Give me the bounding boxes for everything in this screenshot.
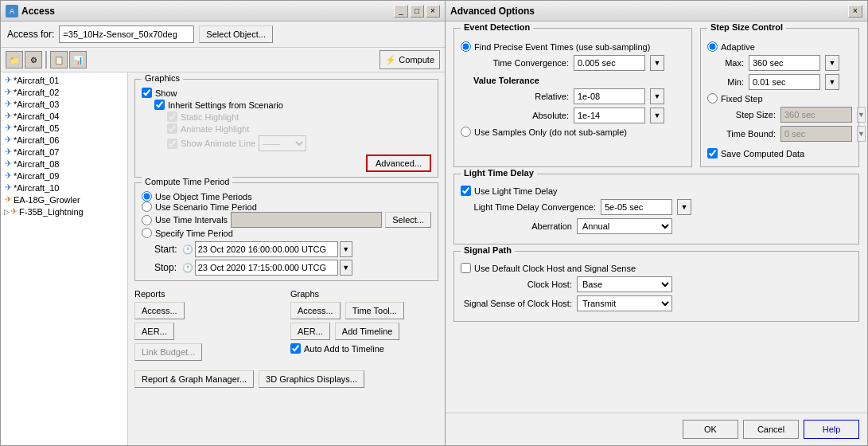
use-object-radio[interactable] <box>142 191 152 201</box>
use-samples-radio[interactable] <box>461 127 471 137</box>
tree-item-label: *Aircraft_05 <box>14 123 59 133</box>
min-input[interactable] <box>749 74 820 90</box>
access-for-input[interactable] <box>59 25 194 43</box>
signal-sense-row: Signal Sense of Clock Host: Transmit Rec… <box>461 295 852 311</box>
light-convergence-spin[interactable]: ▼ <box>677 199 691 215</box>
specify-radio[interactable] <box>142 228 152 238</box>
reports-btn-row: Access... <box>134 302 282 319</box>
absolute-spin[interactable]: ▼ <box>650 108 664 123</box>
main-content: ✈ *Aircraft_01 ✈ *Aircraft_02 ✈ *Aircraf… <box>1 72 445 445</box>
tree-item-ea18g[interactable]: ✈ EA-18G_Growler <box>1 194 127 205</box>
absolute-input[interactable] <box>574 108 645 123</box>
signal-sense-label: Signal Sense of Clock Host: <box>461 299 572 308</box>
advanced-btn-row: Advanced... → <box>142 155 431 172</box>
use-scenario-radio[interactable] <box>142 201 152 212</box>
tree-item-aircraft03[interactable]: ✈ *Aircraft_03 <box>1 98 127 110</box>
time-tool-button[interactable]: Time Tool... <box>345 302 404 319</box>
tree-item-f35b[interactable]: ▷ ✈ F-35B_Lightning <box>1 205 127 217</box>
compute-button[interactable]: ⚡ Compute <box>380 50 440 69</box>
close-btn[interactable]: × <box>426 5 440 18</box>
reports-access-button[interactable]: Access... <box>134 302 185 319</box>
stop-time-input[interactable] <box>195 260 338 276</box>
step-size-content: Adaptive Max: ▼ Min: ▼ <box>707 41 852 158</box>
advanced-close-btn[interactable]: × <box>848 5 862 18</box>
aberration-select[interactable]: Annual Stellar None <box>577 218 672 234</box>
fixed-step-radio[interactable] <box>707 93 718 104</box>
relative-row: Relative: ▼ <box>473 88 685 104</box>
graphics-sub: Static Highlight Animate Highlight Show … <box>167 111 431 151</box>
use-object-radio-row: Use Object Time Periods <box>142 191 431 201</box>
graphs-access-button[interactable]: Access... <box>290 302 341 319</box>
cancel-button[interactable]: Cancel <box>743 420 799 439</box>
relative-spin[interactable]: ▼ <box>650 88 664 104</box>
inherit-checkbox-row: Inherit Settings from Scenario <box>154 100 431 110</box>
tree-item-aircraft02[interactable]: ✈ *Aircraft_02 <box>1 86 127 98</box>
tree-item-aircraft01[interactable]: ✈ *Aircraft_01 <box>1 74 127 86</box>
maximize-btn[interactable]: □ <box>410 5 424 18</box>
toolbar-sep-1 <box>45 51 47 68</box>
inherit-checkbox[interactable] <box>154 100 165 110</box>
min-spin[interactable]: ▼ <box>825 74 839 90</box>
add-timeline-button[interactable]: Add Timeline <box>335 323 400 340</box>
toolbar-icon-4[interactable]: 📊 <box>69 51 87 68</box>
time-bound-label: Time Bound: <box>720 129 776 139</box>
toolbar-icon-1[interactable]: 📁 <box>6 51 23 68</box>
show-label: Show <box>155 88 177 98</box>
use-intervals-radio[interactable] <box>142 215 152 225</box>
app-icon: A <box>6 5 18 18</box>
find-precise-radio[interactable] <box>461 41 471 52</box>
3d-displays-button[interactable]: 3D Graphics Displays... <box>259 370 364 388</box>
save-data-checkbox[interactable] <box>707 148 718 158</box>
save-data-label: Save Computed Data <box>721 149 804 158</box>
graphs-aer-button[interactable]: AER... <box>290 323 330 340</box>
absolute-label: Absolute: <box>473 111 569 120</box>
clock-host-select[interactable]: Base Transmit Receive <box>577 276 672 292</box>
inherit-label: Inherit Settings from Scenario <box>168 100 283 110</box>
tree-item-aircraft05[interactable]: ✈ *Aircraft_05 <box>1 122 127 134</box>
start-time-input[interactable] <box>195 241 338 257</box>
start-input-row: 🕐 ▼ <box>182 241 431 257</box>
light-convergence-input[interactable] <box>601 199 672 215</box>
reports-aer-button[interactable]: AER... <box>134 323 174 340</box>
time-convergence-spin[interactable]: ▼ <box>650 55 664 71</box>
help-button[interactable]: Help <box>804 420 859 439</box>
select-intervals-button[interactable]: Select... <box>385 212 431 228</box>
signal-sense-select[interactable]: Transmit Receive <box>577 295 672 311</box>
event-det-inputs: Time Convergence: ▼ Value Tolerance Rela… <box>473 55 685 123</box>
stop-spin[interactable]: ▼ <box>340 260 352 276</box>
tree-item-aircraft06[interactable]: ✈ *Aircraft_06 <box>1 134 127 146</box>
use-light-time-checkbox[interactable] <box>461 186 471 196</box>
light-convergence-label: Light Time Delay Convergence: <box>461 202 596 212</box>
tree-item-label: *Aircraft_10 <box>14 183 59 193</box>
minimize-btn[interactable]: _ <box>394 5 408 18</box>
report-graph-manager-button[interactable]: Report & Graph Manager... <box>134 370 254 388</box>
tree-item-label: *Aircraft_08 <box>14 159 59 169</box>
ok-button[interactable]: OK <box>683 420 738 439</box>
step-size-label: Step Size: <box>720 110 776 119</box>
adaptive-radio[interactable] <box>707 41 718 52</box>
graphs-top-row: Access... Time Tool... <box>290 302 438 319</box>
relative-input[interactable] <box>574 88 645 104</box>
tree-item-aircraft07[interactable]: ✈ *Aircraft_07 <box>1 146 127 158</box>
use-default-clock-checkbox[interactable] <box>461 263 471 273</box>
max-spin[interactable]: ▼ <box>825 55 839 71</box>
toolbar-icon-2[interactable]: ⚙ <box>25 51 42 68</box>
tree-item-aircraft04[interactable]: ✈ *Aircraft_04 <box>1 110 127 122</box>
tree-item-aircraft09[interactable]: ✈ *Aircraft_09 <box>1 170 127 182</box>
auto-add-checkbox[interactable] <box>290 343 301 354</box>
show-checkbox[interactable] <box>142 88 152 98</box>
adaptive-radio-row: Adaptive <box>707 41 852 52</box>
tree-item-aircraft08[interactable]: ✈ *Aircraft_08 <box>1 158 127 170</box>
max-input[interactable] <box>749 55 820 71</box>
aircraft-icon: ✈ <box>5 147 12 157</box>
tree-item-aircraft10[interactable]: ✈ *Aircraft_10 <box>1 182 127 194</box>
toolbar-icon-3[interactable]: 📋 <box>50 51 68 68</box>
graphs-bottom-row: AER... Add Timeline <box>290 323 438 340</box>
advanced-button[interactable]: Advanced... <box>366 155 431 172</box>
static-highlight-checkbox <box>167 111 177 122</box>
tree-panel: ✈ *Aircraft_01 ✈ *Aircraft_02 ✈ *Aircraf… <box>1 72 128 445</box>
start-spin[interactable]: ▼ <box>340 241 352 257</box>
select-object-button[interactable]: Select Object... <box>199 25 273 43</box>
time-convergence-input[interactable] <box>574 55 645 71</box>
static-highlight-label: Static Highlight <box>181 112 239 122</box>
